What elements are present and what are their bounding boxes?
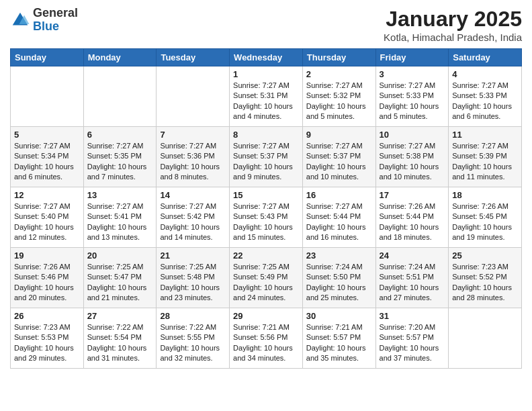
cell-line: Sunset: 5:37 PM <box>233 151 299 161</box>
calendar-cell: 7Sunrise: 7:27 AMSunset: 5:36 PMDaylight… <box>157 127 230 187</box>
cell-line: and 9 minutes. <box>233 172 299 182</box>
day-number: 15 <box>233 190 299 200</box>
cell-line: Sunrise: 7:27 AM <box>14 201 80 212</box>
cell-line: and 16 minutes. <box>306 232 372 242</box>
cell-line: and 21 minutes. <box>87 293 153 303</box>
cell-content: Sunrise: 7:25 AMSunset: 5:48 PMDaylight:… <box>160 262 226 304</box>
cell-line: and 6 minutes. <box>14 172 80 182</box>
calendar-week-row: 12Sunrise: 7:27 AMSunset: 5:40 PMDayligh… <box>11 187 522 248</box>
cell-content: Sunrise: 7:21 AMSunset: 5:56 PMDaylight:… <box>233 322 299 364</box>
day-number: 4 <box>452 69 518 79</box>
cell-line: Sunset: 5:39 PM <box>452 151 518 161</box>
location: Kotla, Himachal Pradesh, India <box>384 32 522 43</box>
page-header: General Blue January 2025 Kotla, Himacha… <box>10 7 522 43</box>
cell-line: Sunset: 5:32 PM <box>306 91 372 101</box>
day-number: 13 <box>87 190 153 200</box>
day-number: 6 <box>87 130 153 140</box>
day-number: 23 <box>306 250 372 261</box>
day-number: 29 <box>233 311 299 321</box>
cell-line: Sunrise: 7:26 AM <box>14 262 80 272</box>
calendar-cell: 30Sunrise: 7:21 AMSunset: 5:57 PMDayligh… <box>302 308 375 369</box>
cell-line: Sunset: 5:47 PM <box>87 272 153 282</box>
cell-line: Daylight: 10 hours <box>160 222 226 232</box>
day-header-friday: Friday <box>375 49 449 66</box>
cell-content: Sunrise: 7:22 AMSunset: 5:54 PMDaylight:… <box>87 322 153 364</box>
cell-content: Sunrise: 7:21 AMSunset: 5:57 PMDaylight:… <box>306 322 372 364</box>
cell-line: Daylight: 10 hours <box>452 162 518 172</box>
cell-line: Daylight: 10 hours <box>452 101 518 111</box>
cell-line: and 37 minutes. <box>380 353 445 363</box>
cell-line: Sunrise: 7:23 AM <box>452 262 518 272</box>
cell-line: Sunrise: 7:27 AM <box>233 141 299 151</box>
cell-line: Sunset: 5:44 PM <box>306 212 372 222</box>
cell-line: and 31 minutes. <box>87 353 153 363</box>
day-number: 9 <box>306 130 372 140</box>
calendar-cell <box>449 308 522 369</box>
cell-line: Daylight: 10 hours <box>160 343 226 353</box>
cell-content: Sunrise: 7:22 AMSunset: 5:55 PMDaylight:… <box>160 322 226 364</box>
cell-content: Sunrise: 7:27 AMSunset: 5:37 PMDaylight:… <box>306 141 372 183</box>
cell-content: Sunrise: 7:26 AMSunset: 5:46 PMDaylight:… <box>14 262 80 304</box>
cell-line: Daylight: 10 hours <box>306 343 372 353</box>
calendar-cell: 9Sunrise: 7:27 AMSunset: 5:37 PMDaylight… <box>302 127 375 187</box>
cell-content: Sunrise: 7:27 AMSunset: 5:43 PMDaylight:… <box>233 201 299 243</box>
cell-content: Sunrise: 7:23 AMSunset: 5:53 PMDaylight:… <box>14 322 80 364</box>
day-number: 21 <box>160 250 226 261</box>
cell-line: Daylight: 10 hours <box>306 222 372 232</box>
cell-line: Sunset: 5:51 PM <box>380 272 445 282</box>
cell-line: Sunset: 5:31 PM <box>233 91 299 101</box>
cell-content: Sunrise: 7:27 AMSunset: 5:31 PMDaylight:… <box>233 81 299 122</box>
calendar-cell <box>157 66 230 127</box>
cell-line: Sunset: 5:46 PM <box>14 272 80 282</box>
day-header-monday: Monday <box>83 49 157 66</box>
cell-line: Sunset: 5:50 PM <box>306 272 372 282</box>
calendar-cell: 12Sunrise: 7:27 AMSunset: 5:40 PMDayligh… <box>11 187 84 248</box>
cell-content: Sunrise: 7:27 AMSunset: 5:36 PMDaylight:… <box>160 141 226 183</box>
calendar-cell: 19Sunrise: 7:26 AMSunset: 5:46 PMDayligh… <box>11 248 84 308</box>
cell-line: Sunrise: 7:27 AM <box>160 141 226 151</box>
cell-line: Sunrise: 7:22 AM <box>87 322 153 332</box>
calendar-table: SundayMondayTuesdayWednesdayThursdayFrid… <box>10 48 522 369</box>
day-number: 28 <box>160 311 226 321</box>
calendar-cell: 6Sunrise: 7:27 AMSunset: 5:35 PMDaylight… <box>83 127 157 187</box>
cell-line: Sunrise: 7:27 AM <box>233 81 299 91</box>
cell-line: Daylight: 10 hours <box>306 283 372 293</box>
cell-line: Sunset: 5:53 PM <box>14 332 80 342</box>
cell-line: Sunrise: 7:27 AM <box>452 141 518 151</box>
cell-line: Sunset: 5:36 PM <box>160 151 226 161</box>
cell-content: Sunrise: 7:26 AMSunset: 5:45 PMDaylight:… <box>452 201 518 243</box>
cell-line: and 34 minutes. <box>233 353 299 363</box>
cell-line: and 8 minutes. <box>160 172 226 182</box>
calendar-cell: 25Sunrise: 7:23 AMSunset: 5:52 PMDayligh… <box>449 248 522 308</box>
cell-content: Sunrise: 7:27 AMSunset: 5:40 PMDaylight:… <box>14 201 80 243</box>
cell-line: Daylight: 10 hours <box>87 283 153 293</box>
cell-line: and 12 minutes. <box>14 232 80 242</box>
day-number: 2 <box>306 69 372 79</box>
calendar-cell: 15Sunrise: 7:27 AMSunset: 5:43 PMDayligh… <box>230 187 303 248</box>
calendar-cell: 13Sunrise: 7:27 AMSunset: 5:41 PMDayligh… <box>83 187 157 248</box>
cell-line: Daylight: 10 hours <box>380 283 445 293</box>
cell-line: Sunset: 5:57 PM <box>380 332 445 342</box>
cell-content: Sunrise: 7:27 AMSunset: 5:32 PMDaylight:… <box>306 81 372 122</box>
cell-content: Sunrise: 7:25 AMSunset: 5:49 PMDaylight:… <box>233 262 299 304</box>
cell-content: Sunrise: 7:27 AMSunset: 5:44 PMDaylight:… <box>306 201 372 243</box>
cell-content: Sunrise: 7:27 AMSunset: 5:34 PMDaylight:… <box>14 141 80 183</box>
cell-line: Sunrise: 7:24 AM <box>380 262 445 272</box>
calendar-cell: 29Sunrise: 7:21 AMSunset: 5:56 PMDayligh… <box>230 308 303 369</box>
day-number: 18 <box>452 190 518 200</box>
cell-line: Sunset: 5:42 PM <box>160 212 226 222</box>
cell-line: and 35 minutes. <box>306 353 372 363</box>
cell-line: Daylight: 10 hours <box>87 222 153 232</box>
cell-line: and 5 minutes. <box>380 111 445 122</box>
title-block: January 2025 Kotla, Himachal Pradesh, In… <box>384 7 522 43</box>
cell-line: Sunrise: 7:27 AM <box>14 141 80 151</box>
calendar-cell: 4Sunrise: 7:27 AMSunset: 5:33 PMDaylight… <box>449 66 522 127</box>
day-number: 24 <box>380 250 445 261</box>
cell-line: Sunset: 5:44 PM <box>380 212 445 222</box>
cell-line: and 7 minutes. <box>87 172 153 182</box>
calendar-cell: 27Sunrise: 7:22 AMSunset: 5:54 PMDayligh… <box>83 308 157 369</box>
day-number: 10 <box>380 130 445 140</box>
cell-line: Sunset: 5:33 PM <box>380 91 445 101</box>
cell-content: Sunrise: 7:27 AMSunset: 5:42 PMDaylight:… <box>160 201 226 243</box>
cell-line: Sunrise: 7:27 AM <box>380 81 445 91</box>
